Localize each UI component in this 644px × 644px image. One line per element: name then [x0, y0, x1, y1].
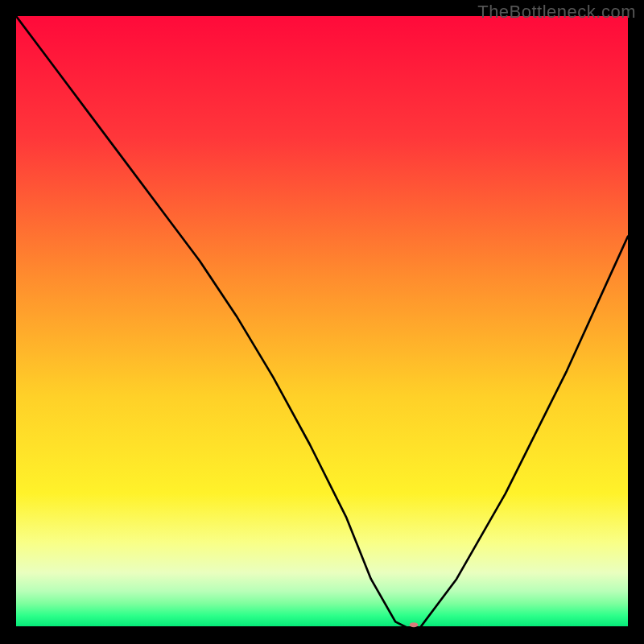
chart-frame: TheBottleneck.com [0, 0, 644, 644]
watermark-text: TheBottleneck.com [477, 2, 636, 23]
optimal-point-marker [410, 622, 419, 627]
bottleneck-chart [16, 16, 628, 628]
gradient-background [16, 16, 628, 628]
